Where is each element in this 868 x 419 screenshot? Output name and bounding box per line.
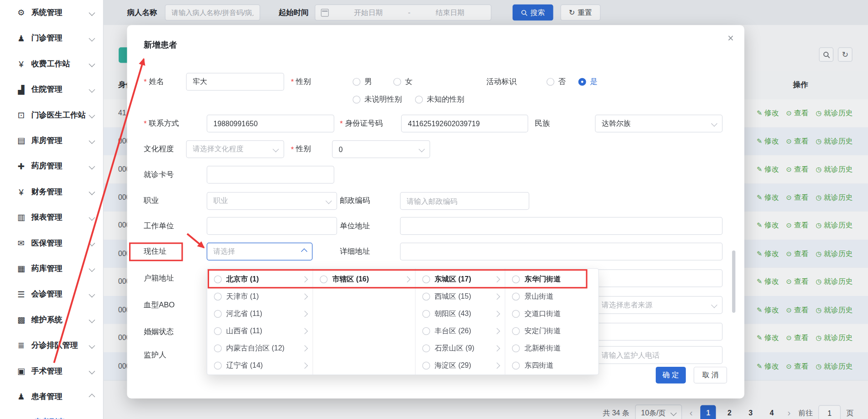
sidebar-item-surgery[interactable]: ▣手术管理 (0, 358, 103, 384)
cancel-button[interactable]: 取 消 (693, 367, 727, 384)
close-icon[interactable]: × (728, 33, 734, 43)
cascader-option-dongcheng[interactable]: 东城区 (17) (415, 271, 505, 288)
contact-input[interactable] (207, 115, 334, 133)
cascader-option-tianjin[interactable]: 天津市 (1) (207, 288, 313, 305)
radio-icon[interactable] (512, 327, 520, 335)
radio-icon[interactable] (320, 275, 328, 283)
cascader-option-shijingshan[interactable]: 石景山区 (9) (415, 340, 505, 357)
radio-icon[interactable] (214, 292, 222, 300)
cascader-option-hebei[interactable]: 河北省 (11) (207, 305, 313, 322)
education-select[interactable]: 请选择文化程度 (186, 140, 284, 158)
list-icon: ≣ (15, 340, 27, 350)
cascader-option-dongsi[interactable]: 东四街道 (506, 357, 599, 374)
sidebar-item-consultation[interactable]: ☰会诊管理 (0, 281, 103, 307)
cascader-option-jingshan[interactable]: 景山街道 (506, 288, 599, 305)
radio-icon[interactable] (512, 310, 520, 317)
id-number-input[interactable] (401, 115, 529, 133)
radio-icon[interactable] (422, 344, 430, 352)
work-unit-input[interactable] (207, 217, 337, 235)
radio-icon[interactable] (214, 275, 222, 283)
required-mark: * (291, 145, 294, 153)
chevron-down-icon (419, 146, 425, 153)
cascader-option-beijing[interactable]: 北京市 (1) (207, 271, 313, 288)
chevron-right-icon (494, 293, 500, 300)
gender-radio-unknown[interactable]: 未知的性别 (415, 91, 464, 108)
name-input[interactable] (186, 73, 284, 91)
chevron-right-icon (494, 276, 500, 282)
dialog-scrollbar[interactable] (732, 251, 735, 313)
sidebar-item-triage-queue[interactable]: ≣分诊排队管理 (0, 333, 103, 358)
radio-icon (547, 78, 554, 86)
cascader-option-shixiaqu[interactable]: 市辖区 (16) (314, 271, 415, 288)
cascader-option-chaoyang[interactable]: 朝阳区 (43) (415, 305, 505, 322)
postal-code-input[interactable] (400, 192, 529, 210)
radio-icon[interactable] (214, 361, 222, 369)
sidebar-item-patient-list[interactable]: ♟患者列表 (0, 409, 103, 419)
radio-icon[interactable] (512, 275, 520, 283)
sidebar-item-outpatient[interactable]: ♟门诊管理 (0, 25, 103, 51)
active-flag-label: 活动标识 (486, 73, 516, 91)
cascader-province-column: 北京市 (1) 天津市 (1) 河北省 (11) 山西省 (11) 内蒙古自治区… (207, 269, 313, 375)
chevron-down-icon (89, 86, 95, 93)
cascader-option-fengtai[interactable]: 丰台区 (26) (415, 322, 505, 340)
radio-icon[interactable] (512, 344, 520, 352)
cascader-option-liaoning[interactable]: 辽宁省 (14) (207, 357, 313, 374)
required-mark: * (144, 119, 146, 128)
cascader-option-shanxi[interactable]: 山西省 (11) (207, 322, 313, 340)
radio-icon[interactable] (422, 327, 430, 335)
gender-radio-unspecified[interactable]: 未说明性别 (353, 91, 402, 108)
app-window: 病人名称 起始时间 开始日期 - 结束日期 搜索 ↻ 重置 + ↻ 身份 操作 … (0, 0, 868, 419)
gender-radio-male[interactable]: 男 (353, 73, 372, 91)
confirm-button[interactable]: 确 定 (656, 367, 686, 384)
guardian-phone-input[interactable] (595, 346, 723, 364)
sidebar-item-doctor-workstation[interactable]: ⊡门诊医生工作站 (0, 103, 103, 128)
active-flag-radio-yes[interactable]: 是 (579, 73, 598, 91)
chevron-down-icon (89, 35, 95, 42)
radio-icon[interactable] (214, 310, 222, 317)
cascader-option-xicheng[interactable]: 西城区 (15) (415, 288, 505, 305)
cascader-option-donghuamen[interactable]: 东华门街道 (506, 271, 599, 288)
active-flag-radio-no[interactable]: 否 (547, 73, 566, 91)
guardian-label: 监护人 (144, 346, 166, 364)
sidebar-item-finance[interactable]: ¥财务管理 (0, 179, 103, 205)
radio-checked-icon (579, 78, 586, 86)
address-cascader-panel: 北京市 (1) 天津市 (1) 河北省 (11) 山西省 (11) 内蒙古自治区… (207, 268, 599, 375)
postal-code-label: 邮政编码 (340, 192, 370, 210)
marital-status-label: 婚姻状态 (144, 323, 174, 340)
radio-icon[interactable] (422, 310, 430, 317)
cascader-option-andingmen[interactable]: 安定门街道 (506, 322, 599, 340)
ethnicity-select[interactable]: 达斡尔族 (595, 115, 723, 133)
gender-code-select[interactable]: 0 (332, 140, 430, 158)
current-address-select[interactable]: 请选择 (207, 243, 313, 261)
sidebar-item-maintenance[interactable]: ▩维护系统 (0, 307, 103, 333)
radio-icon[interactable] (422, 275, 430, 283)
radio-icon[interactable] (422, 292, 430, 300)
sidebar-item-inpatient[interactable]: ▟住院管理 (0, 77, 103, 102)
gender-radio-female[interactable]: 女 (394, 73, 413, 91)
sidebar-item-insurance[interactable]: ✉医保管理 (0, 231, 103, 256)
sidebar-item-system[interactable]: ⚙系统管理 (0, 0, 103, 25)
name-label: *姓名 (144, 73, 164, 91)
sidebar-item-patient-management[interactable]: ♟患者管理 (0, 384, 103, 409)
sidebar-item-drugstore[interactable]: ▦药库管理 (0, 256, 103, 281)
cascader-option-neimenggu[interactable]: 内蒙古自治区 (12) (207, 340, 313, 357)
sidebar: ⚙系统管理 ♟门诊管理 ¥收费工作站 ▟住院管理 ⊡门诊医生工作站 ▤库房管理 … (0, 0, 104, 419)
radio-icon[interactable] (512, 292, 520, 300)
radio-icon[interactable] (214, 327, 222, 335)
sidebar-item-reports[interactable]: ▥报表管理 (0, 205, 103, 230)
patient-source-select[interactable]: 请选择患者来源 (595, 296, 723, 314)
cascader-option-jiaodaokou[interactable]: 交道口街道 (506, 305, 599, 322)
radio-icon[interactable] (422, 361, 430, 369)
sidebar-item-warehouse[interactable]: ▤库房管理 (0, 128, 103, 153)
sidebar-item-charging[interactable]: ¥收费工作站 (0, 51, 103, 77)
visit-card-input[interactable] (207, 166, 334, 183)
unit-address-input[interactable] (400, 217, 723, 235)
radio-icon[interactable] (214, 344, 222, 352)
sidebar-item-pharmacy[interactable]: ✚药房管理 (0, 153, 103, 179)
occupation-select[interactable]: 职业 (207, 192, 337, 210)
detail-address-input[interactable] (400, 243, 723, 261)
radio-icon[interactable] (512, 361, 520, 369)
gender-label: *性别 (291, 73, 311, 91)
cascader-option-beixinqiao[interactable]: 北新桥街道 (506, 340, 599, 357)
cascader-option-haidian[interactable]: 海淀区 (29) (415, 357, 505, 374)
